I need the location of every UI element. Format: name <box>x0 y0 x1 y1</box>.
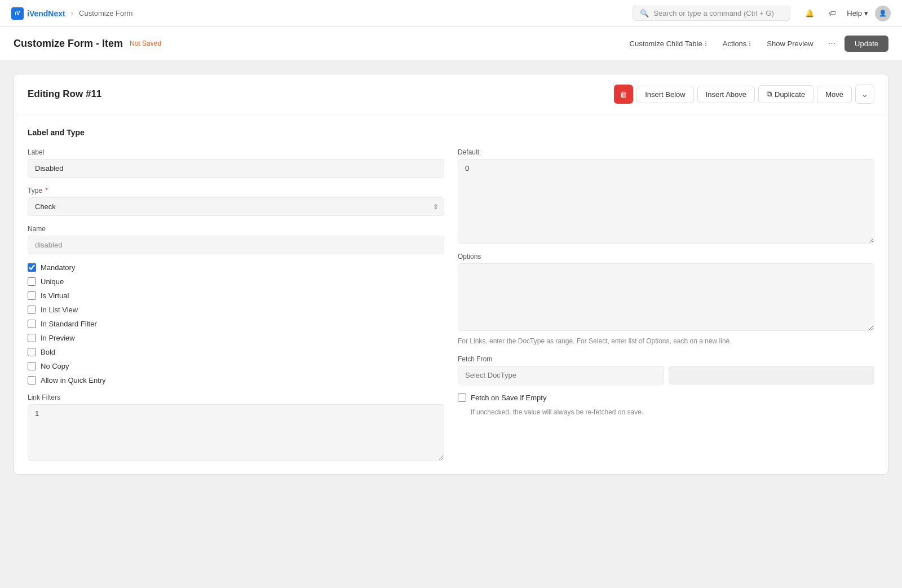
actions-label: Actions <box>723 39 747 48</box>
more-options-button[interactable]: ··· <box>824 35 840 52</box>
editing-row-title: Editing Row #11 <box>28 89 101 100</box>
checkbox-mandatory: Mandatory <box>28 263 444 272</box>
page-title: Customize Form - Item <box>14 38 123 50</box>
checkbox-no-copy: No Copy <box>28 362 444 370</box>
delete-button[interactable]: 🗑 <box>614 85 633 104</box>
tag-icon[interactable]: 🏷 <box>824 6 840 21</box>
brand-logo-area[interactable]: iV iVendNext <box>11 7 65 20</box>
unique-checkbox[interactable] <box>28 277 36 286</box>
nav-breadcrumb[interactable]: Customize Form <box>79 9 132 17</box>
duplicate-label: Duplicate <box>775 90 805 99</box>
right-column: Default 0 Options For Links, enter the D… <box>458 148 874 461</box>
fetch-from-row <box>458 366 874 384</box>
checkbox-in-preview: In Preview <box>28 334 444 342</box>
duplicate-icon: ⧉ <box>767 90 772 99</box>
update-button[interactable]: Update <box>844 36 888 52</box>
in-list-view-checkbox[interactable] <box>28 306 36 314</box>
label-field-label: Label <box>28 148 444 156</box>
checkbox-allow-quick-entry: Allow in Quick Entry <box>28 376 444 384</box>
fetch-on-save-group: Fetch on Save if Empty If unchecked, the… <box>458 394 874 417</box>
brand-name: iVendNext <box>27 9 65 18</box>
customize-child-table-button[interactable]: Customize Child Table ⁝ <box>624 36 713 51</box>
type-select[interactable]: Check Data Int Link Select Text <box>28 197 444 216</box>
actions-button[interactable]: Actions ⁝ <box>717 36 757 51</box>
mandatory-checkbox[interactable] <box>28 263 36 272</box>
checkbox-in-list-view: In List View <box>28 306 444 314</box>
help-button[interactable]: Help ▾ <box>847 9 868 17</box>
page-header: Customize Form - Item Not Saved Customiz… <box>0 27 902 60</box>
fetch-on-save-item: Fetch on Save if Empty <box>458 394 874 402</box>
move-label: Move <box>825 90 843 99</box>
expand-button[interactable]: ⌄ <box>855 85 874 104</box>
is-virtual-label: Is Virtual <box>41 291 69 300</box>
form-card: Editing Row #11 🗑 Insert Below Insert Ab… <box>14 74 888 475</box>
checkboxes-group: Mandatory Unique Is Virtual In List <box>28 263 444 384</box>
main-content: Editing Row #11 🗑 Insert Below Insert Ab… <box>0 60 902 488</box>
form-grid: Label Type * Check Data Int <box>28 148 874 461</box>
fetch-on-save-checkbox[interactable] <box>458 394 466 402</box>
unique-label: Unique <box>41 277 64 286</box>
allow-quick-entry-label: Allow in Quick Entry <box>41 376 106 384</box>
in-preview-checkbox[interactable] <box>28 334 36 342</box>
search-bar[interactable]: 🔍 Search or type a command (Ctrl + G) <box>633 6 790 21</box>
bold-label: Bold <box>41 348 55 356</box>
label-input[interactable] <box>28 159 444 178</box>
name-group: Name <box>28 225 444 254</box>
insert-above-button[interactable]: Insert Above <box>697 86 755 103</box>
search-icon: 🔍 <box>640 9 649 17</box>
type-field-label: Type * <box>28 187 444 194</box>
name-field-label: Name <box>28 225 444 233</box>
options-help-text: For Links, enter the DocType as range. F… <box>458 336 874 346</box>
required-star: * <box>43 187 48 194</box>
form-card-header: Editing Row #11 🗑 Insert Below Insert Ab… <box>14 74 888 114</box>
row-actions: 🗑 Insert Below Insert Above ⧉ Duplicate … <box>614 85 874 104</box>
checkbox-in-standard-filter: In Standard Filter <box>28 320 444 328</box>
insert-below-label: Insert Below <box>645 90 686 99</box>
default-group: Default 0 <box>458 148 874 244</box>
insert-below-button[interactable]: Insert Below <box>636 86 694 103</box>
is-virtual-checkbox[interactable] <box>28 291 36 300</box>
avatar[interactable]: 👤 <box>875 6 891 21</box>
no-copy-label: No Copy <box>41 362 69 370</box>
link-filters-label: Link Filters <box>28 394 444 401</box>
options-textarea[interactable] <box>458 263 874 331</box>
show-preview-button[interactable]: Show Preview <box>761 36 819 51</box>
show-preview-label: Show Preview <box>767 39 813 48</box>
form-body: Label and Type Label Type * <box>14 114 888 474</box>
not-saved-badge: Not Saved <box>130 39 161 47</box>
checkbox-is-virtual: Is Virtual <box>28 291 444 300</box>
fetch-from-extra-input[interactable] <box>669 366 875 384</box>
mandatory-label: Mandatory <box>41 263 75 272</box>
label-group: Label <box>28 148 444 178</box>
in-standard-filter-checkbox[interactable] <box>28 320 36 328</box>
brand-logo-icon: iV <box>11 7 24 20</box>
allow-quick-entry-checkbox[interactable] <box>28 376 36 384</box>
bold-checkbox[interactable] <box>28 348 36 356</box>
page-header-actions: Customize Child Table ⁝ Actions ⁝ Show P… <box>624 35 888 52</box>
customize-child-table-label: Customize Child Table <box>630 39 702 48</box>
checkbox-unique: Unique <box>28 277 444 286</box>
type-select-wrapper: Check Data Int Link Select Text <box>28 197 444 216</box>
type-group: Type * Check Data Int Link Select Text <box>28 187 444 216</box>
help-chevron-icon: ▾ <box>864 9 868 17</box>
actions-chevron-icon: ⁝ <box>749 39 751 48</box>
options-group: Options For Links, enter the DocType as … <box>458 253 874 346</box>
duplicate-button[interactable]: ⧉ Duplicate <box>758 85 813 103</box>
link-filters-textarea[interactable]: 1 <box>28 404 444 461</box>
chevron-down-icon: ⌄ <box>861 90 868 99</box>
search-placeholder-text: Search or type a command (Ctrl + G) <box>653 9 774 17</box>
checkbox-bold: Bold <box>28 348 444 356</box>
no-copy-checkbox[interactable] <box>28 362 36 370</box>
in-list-view-label: In List View <box>41 306 78 314</box>
top-nav: iV iVendNext › Customize Form 🔍 Search o… <box>0 0 902 27</box>
move-button[interactable]: Move <box>817 86 852 103</box>
left-column: Label Type * Check Data Int <box>28 148 444 461</box>
name-input[interactable] <box>28 236 444 254</box>
default-field-label: Default <box>458 148 874 156</box>
fetch-from-label: Fetch From <box>458 355 874 363</box>
fetch-from-doctype-input[interactable] <box>458 366 664 384</box>
default-textarea[interactable]: 0 <box>458 159 874 244</box>
fetch-on-save-help: If unchecked, the value will always be r… <box>471 407 874 417</box>
notifications-icon[interactable]: 🔔 <box>802 6 817 21</box>
nav-icons: 🔔 🏷 Help ▾ 👤 <box>802 6 891 21</box>
